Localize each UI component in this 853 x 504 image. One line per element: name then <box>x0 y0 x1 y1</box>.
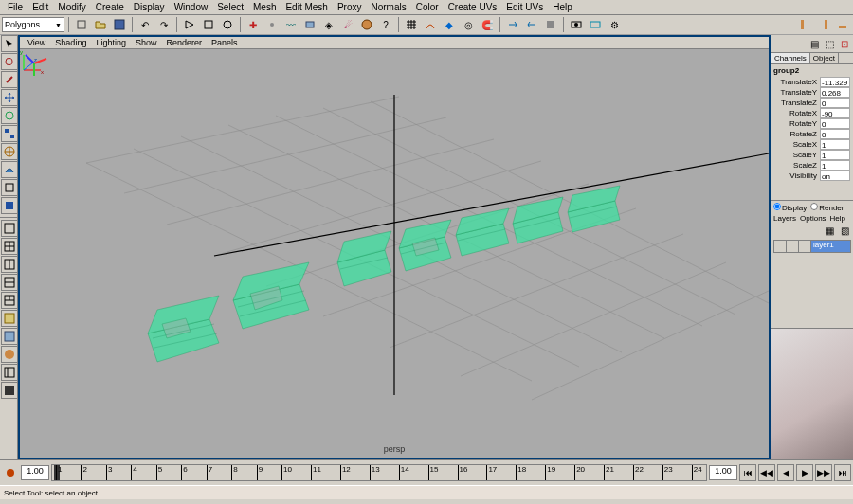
channel-btn-3[interactable]: ⊡ <box>838 37 851 50</box>
menu-select[interactable]: Select <box>213 2 247 12</box>
channel-toggle-btn[interactable] <box>834 16 851 33</box>
select-by-hier-btn[interactable] <box>181 16 198 33</box>
show-manip-tool[interactable] <box>1 179 18 196</box>
menu-proxy[interactable]: Proxy <box>334 2 366 12</box>
attr-rotatez-field[interactable]: 0 <box>820 129 850 139</box>
history-output-btn[interactable] <box>523 16 540 33</box>
render-layer-radio[interactable]: Render <box>810 203 844 212</box>
menu-window[interactable]: Window <box>171 2 212 12</box>
play-back-btn[interactable]: ◀ <box>777 464 794 481</box>
script-layout-btn[interactable] <box>1 382 18 399</box>
new-layer-btn[interactable]: ▦ <box>823 225 836 238</box>
attr-visibility-field[interactable]: on <box>820 171 850 181</box>
menu-normals[interactable]: Normals <box>367 2 409 12</box>
three-pane-btn[interactable] <box>1 292 18 309</box>
channel-btn-2[interactable]: ⬚ <box>823 37 836 50</box>
menu-modify[interactable]: Modify <box>54 2 89 12</box>
outliner-layout-btn[interactable] <box>1 310 18 327</box>
single-pane-btn[interactable] <box>1 220 18 237</box>
paint-select-tool[interactable] <box>1 71 18 88</box>
menu-edit-mesh[interactable]: Edit Mesh <box>281 2 331 12</box>
timeline-sound-btn[interactable] <box>2 464 19 481</box>
layer-name[interactable]: layer1 <box>811 241 850 252</box>
new-scene-btn[interactable] <box>73 16 90 33</box>
vpmenu-renderer[interactable]: Renderer <box>162 38 206 47</box>
attr-scaley-field[interactable]: 1 <box>820 150 850 160</box>
vpmenu-show[interactable]: Show <box>132 38 161 47</box>
menu-edit-uvs[interactable]: Edit UVs <box>502 2 547 12</box>
snap-grid-btn[interactable] <box>403 16 420 33</box>
menu-help[interactable]: Help <box>549 2 576 12</box>
layer-color-swatch[interactable] <box>799 241 811 252</box>
step-fwd-btn[interactable]: ▶▶ <box>815 464 832 481</box>
vpmenu-panels[interactable]: Panels <box>208 38 242 47</box>
menu-create-uvs[interactable]: Create UVs <box>445 2 501 12</box>
start-frame-field[interactable]: 1.00 <box>21 465 49 480</box>
open-scene-btn[interactable] <box>92 16 109 33</box>
snap-view-btn[interactable]: ◎ <box>460 16 477 33</box>
render-settings-btn[interactable]: ⚙ <box>606 16 623 33</box>
mask-handle-btn[interactable]: ✚ <box>245 16 262 33</box>
vpmenu-lighting[interactable]: Lighting <box>92 38 130 47</box>
lasso-tool[interactable] <box>1 53 18 70</box>
attr-translatez-field[interactable]: 0 <box>820 98 850 108</box>
layer-vis-toggle[interactable] <box>774 241 787 252</box>
3d-viewport[interactable]: yxz persp <box>20 49 769 458</box>
mask-dynamic-btn[interactable]: ☄ <box>339 16 356 33</box>
step-back-btn[interactable]: ◀◀ <box>758 464 775 481</box>
play-fwd-btn[interactable]: ▶ <box>796 464 813 481</box>
save-scene-btn[interactable] <box>111 16 128 33</box>
menu-mesh[interactable]: Mesh <box>249 2 280 12</box>
persp-outliner-btn[interactable] <box>1 364 18 381</box>
attr-rotatex-field[interactable]: -90 <box>820 108 850 118</box>
snap-live-btn[interactable]: 🧲 <box>479 16 496 33</box>
view-cube-icon[interactable] <box>20 49 48 78</box>
mask-joint-btn[interactable] <box>263 16 281 33</box>
select-by-comp-btn[interactable] <box>219 16 236 33</box>
move-tool[interactable] <box>1 89 18 106</box>
rotate-tool[interactable] <box>1 107 18 124</box>
vpmenu-view[interactable]: View <box>24 38 49 47</box>
hypershade-layout-btn[interactable] <box>1 346 18 363</box>
display-layer-radio[interactable]: Display <box>773 203 807 212</box>
scale-tool[interactable] <box>1 125 18 142</box>
redo-btn[interactable]: ↷ <box>155 16 172 33</box>
history-input-btn[interactable] <box>504 16 521 33</box>
render-frame-btn[interactable] <box>568 16 585 33</box>
four-pane-btn[interactable] <box>1 238 18 255</box>
toolbox-toggle-btn[interactable] <box>796 16 813 33</box>
ipr-render-btn[interactable] <box>587 16 604 33</box>
go-start-btn[interactable]: ⏮ <box>739 464 756 481</box>
select-tool[interactable] <box>1 35 18 52</box>
add-to-layer-btn[interactable]: ▧ <box>838 225 851 238</box>
channel-btn-1[interactable]: ▤ <box>808 37 821 50</box>
module-selector-dropdown[interactable]: Polygons <box>2 17 64 32</box>
layers-help-menu[interactable]: Help <box>830 214 845 223</box>
mask-surface-btn[interactable] <box>301 16 318 33</box>
soft-mod-tool[interactable] <box>1 161 18 178</box>
menu-display[interactable]: Display <box>130 2 169 12</box>
mask-misc-btn[interactable]: ? <box>377 16 394 33</box>
layer-type-toggle[interactable] <box>787 241 799 252</box>
mask-render-btn[interactable] <box>358 16 375 33</box>
attr-scalez-field[interactable]: 1 <box>820 160 850 171</box>
undo-btn[interactable]: ↶ <box>136 16 154 33</box>
menu-edit[interactable]: Edit <box>28 2 52 12</box>
time-ruler[interactable]: 123456789101112131415161718192021222324 <box>51 464 707 481</box>
attr-translatex-field[interactable]: -11.329 <box>820 77 850 87</box>
current-frame-field[interactable]: 1.00 <box>709 465 737 480</box>
vpmenu-shading[interactable]: Shading <box>51 38 90 47</box>
menu-create[interactable]: Create <box>92 2 128 12</box>
persp-graph-btn[interactable] <box>1 328 18 345</box>
layer-row[interactable]: layer1 <box>773 240 851 253</box>
snap-point-btn[interactable]: ◆ <box>441 16 458 33</box>
attr-scalex-field[interactable]: 1 <box>820 139 850 150</box>
menu-file[interactable]: File <box>4 2 27 12</box>
tab-object[interactable]: Object <box>810 53 839 63</box>
select-by-obj-btn[interactable] <box>200 16 217 33</box>
universal-manip-tool[interactable] <box>1 143 18 160</box>
menu-color[interactable]: Color <box>412 2 443 12</box>
go-end-btn[interactable]: ⏭ <box>834 464 851 481</box>
tab-channels[interactable]: Channels <box>771 53 810 63</box>
mask-deform-btn[interactable]: ◈ <box>320 16 337 33</box>
